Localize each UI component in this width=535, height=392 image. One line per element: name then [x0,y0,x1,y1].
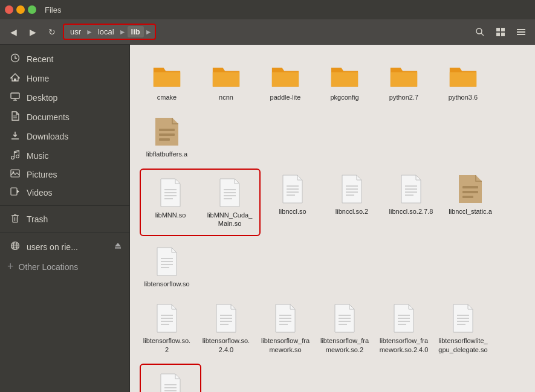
file-name-libtf2: libtensorflow.so.2 [142,336,192,354]
svg-rect-25 [13,216,18,222]
svg-marker-35 [115,243,121,246]
app-title: Files [45,5,61,14]
svg-rect-12 [11,93,19,98]
recent-icon [10,53,21,65]
sidebar-item-downloads[interactable]: Downloads [0,127,129,146]
svg-rect-39 [159,138,170,141]
downloads-icon [10,130,21,143]
network-icon [10,241,21,253]
sidebar-item-documents[interactable]: Documents [0,108,129,127]
svg-rect-8 [517,34,525,35]
file-item-libflatbuffers[interactable]: libflatbuffers.a [140,111,194,163]
file-item-python36[interactable]: python3.6 [436,54,490,106]
file-name-libmnn: libMNN.so [155,211,186,219]
sidebar-item-trash[interactable]: Trash [0,210,129,229]
file-name-paddle: paddle-lite [270,93,301,101]
folder-icon-python27 [389,59,418,91]
sidebar-label-home: Home [27,74,49,83]
file-name-python27: python2.7 [389,93,418,101]
svg-point-0 [476,28,482,34]
file-item-libtf[interactable]: libtensorflow.so [140,241,194,293]
file-name-libmnn-cuda: libMNN_Cuda_Main.so [205,211,255,228]
svg-rect-3 [501,28,505,31]
svg-rect-4 [496,33,500,36]
file-name-libtflite: libtensorflowlite_gpu_delegate.so [438,336,488,354]
sidebar-divider-2 [0,233,129,233]
svg-rect-36 [115,248,121,249]
close-button[interactable] [5,5,13,14]
breadcrumb-local[interactable]: local [94,26,118,37]
file-item-libnccl2[interactable]: libnccl.so.2 [325,169,379,237]
svg-rect-6 [517,29,525,30]
window-controls [5,5,36,14]
forward-button[interactable]: ▶ [24,24,41,40]
svg-rect-7 [517,31,525,33]
doc-icon-libtffw [271,303,300,334]
file-item-cmake[interactable]: cmake [140,54,194,106]
home-icon [10,72,21,85]
search-icon [475,27,485,37]
sidebar-item-home[interactable]: Home [0,69,129,88]
svg-rect-61 [462,191,478,193]
breadcrumb-lib[interactable]: lib [128,26,144,37]
sidebar-item-desktop[interactable]: Desktop [0,88,129,108]
svg-rect-5 [501,33,505,36]
desktop-icon [10,92,21,104]
sidebar-label-other: Other Locations [19,262,79,272]
file-item-python27[interactable]: python2.7 [377,54,431,106]
sidebar-item-music[interactable]: Music [0,146,129,165]
minimize-button[interactable] [16,5,25,14]
sidebar-label-pictures: Pictures [27,170,57,179]
file-item-libtf2[interactable]: libtensorflow.so.2 [140,298,194,359]
breadcrumb-usr[interactable]: usr [66,26,85,37]
file-item-libtf240[interactable]: libtensorflow.so.2.4.0 [199,298,253,359]
sidebar-add-other[interactable]: + Other Locations [0,257,129,277]
file-item-libtflite[interactable]: libtensorflowlite_gpu_delegate.so [436,298,490,359]
file-item-libnccl[interactable]: libnccl.so [265,169,320,237]
folder-icon-python36 [449,59,478,91]
file-item-ncnn[interactable]: ncnn [199,54,253,106]
folder-icon-cmake [152,59,181,91]
file-item-libtffw[interactable]: libtensorflow_framework.so [258,298,313,359]
file-item-libtffw2[interactable]: libtensorflow_framework.so.2 [317,298,372,359]
highlight-group-trt: libTRT_CUDA_PLUGIN.so [140,364,201,392]
maximize-button[interactable] [28,5,36,14]
sidebar-item-recent[interactable]: Recent [0,50,129,69]
sidebar: Recent Home Desktop [0,45,130,392]
file-item-libmnn[interactable]: libMNN.so [143,172,198,233]
sidebar-item-network[interactable]: users on rie... [0,237,129,257]
history-button[interactable]: ↻ [44,24,60,40]
file-item-paddle-lite[interactable]: paddle-lite [258,54,313,106]
file-item-libnccl278[interactable]: libnccl.so.2.7.8 [384,169,438,237]
menu-button[interactable] [512,23,530,41]
file-name-libnccl278: libnccl.so.2.7.8 [389,207,433,216]
sidebar-label-recent: Recent [27,54,53,64]
highlight-group-mnn: libMNN.so [140,169,261,237]
file-item-pkgconfig[interactable]: pkgconfig [317,54,372,106]
doc-icon-libtflite [449,303,478,334]
doc-icon-libtffw240 [389,303,418,334]
file-name-pkgconfig: pkgconfig [330,93,358,101]
back-button[interactable]: ◀ [5,24,22,40]
file-item-libnccl-static[interactable]: libnccl_static.a [443,169,498,237]
view-toggle-button[interactable] [491,23,510,41]
file-name-libtffw: libtensorflow_framework.so [261,336,310,354]
sidebar-item-videos[interactable]: Videos [0,184,129,202]
svg-rect-60 [462,186,478,188]
eject-icon [114,242,122,250]
folder-icon-paddle [271,59,300,91]
breadcrumb-arrow-1: ► [86,28,93,36]
file-item-libmnn-cuda[interactable]: libMNN_Cuda_Main.so [203,172,257,233]
archive-icon-ncclstatic [456,173,485,205]
eject-button[interactable] [111,240,125,253]
search-button[interactable] [471,23,489,41]
file-name-libtffw2: libtensorflow_framework.so.2 [320,336,369,354]
sidebar-item-pictures[interactable]: Pictures [0,165,129,184]
file-item-libtrt[interactable]: libTRT_CUDA_PLUGIN.so [143,367,198,392]
doc-icon-libnccl2 [337,173,366,205]
add-icon: + [7,260,14,273]
file-item-libtffw240[interactable]: libtensorflow_framework.so.2.4.0 [377,298,431,359]
doc-icon-libnccl278 [397,173,426,205]
file-name-cmake: cmake [157,93,177,101]
svg-rect-11 [14,79,16,81]
